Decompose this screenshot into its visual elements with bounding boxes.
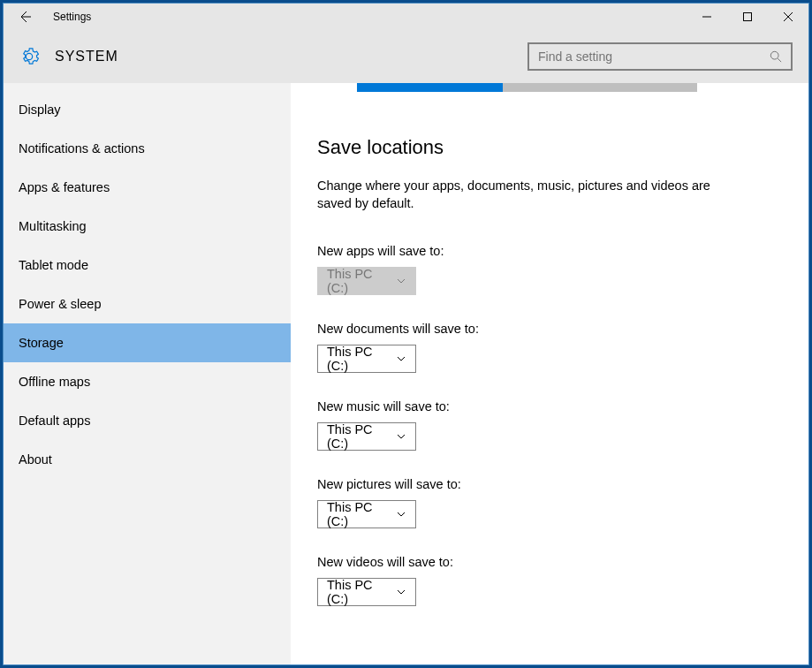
content: DisplayNotifications & actionsApps & fea… — [4, 83, 808, 664]
main-panel: Save locations Change where your apps, d… — [291, 83, 808, 664]
dropdown-new-videos-will-save-to[interactable]: This PC (C:) — [317, 578, 416, 606]
chevron-down-icon — [396, 509, 406, 520]
sidebar: DisplayNotifications & actionsApps & fea… — [4, 83, 291, 664]
search-icon — [770, 50, 782, 63]
search-input[interactable] — [538, 49, 770, 64]
sidebar-item-offline-maps[interactable]: Offline maps — [4, 362, 291, 401]
maximize-button[interactable] — [727, 4, 768, 30]
titlebar: Settings — [4, 4, 808, 30]
dropdown-value: This PC (C:) — [327, 578, 396, 606]
page-title: SYSTEM — [55, 49, 118, 65]
search-box[interactable] — [527, 42, 793, 71]
section-title: Save locations — [317, 136, 782, 159]
svg-point-4 — [770, 51, 778, 59]
maximize-icon — [743, 12, 752, 21]
svg-line-5 — [778, 58, 781, 62]
storage-bar — [357, 83, 697, 92]
chevron-down-icon — [396, 587, 406, 597]
sidebar-item-apps-features[interactable]: Apps & features — [4, 168, 291, 207]
window-controls — [687, 4, 808, 30]
back-button[interactable] — [12, 4, 37, 30]
setting-label-new-pictures-will-save-to: New pictures will save to: — [317, 477, 782, 491]
sidebar-item-multitasking[interactable]: Multitasking — [4, 207, 291, 246]
close-icon — [784, 12, 793, 21]
sidebar-item-tablet-mode[interactable]: Tablet mode — [4, 246, 291, 285]
dropdown-value: This PC (C:) — [327, 500, 396, 528]
gear-icon — [19, 47, 39, 66]
sidebar-item-display[interactable]: Display — [4, 90, 291, 129]
sidebar-item-about[interactable]: About — [4, 440, 291, 479]
setting-label-new-videos-will-save-to: New videos will save to: — [317, 555, 782, 569]
chevron-down-icon — [396, 353, 406, 364]
sidebar-item-default-apps[interactable]: Default apps — [4, 401, 291, 440]
dropdown-value: This PC (C:) — [327, 345, 396, 373]
minimize-button[interactable] — [687, 4, 727, 30]
back-arrow-icon — [18, 10, 32, 24]
dropdown-new-music-will-save-to[interactable]: This PC (C:) — [317, 422, 416, 451]
storage-bar-fill — [357, 83, 503, 92]
settings-list: New apps will save to:This PC (C:)New do… — [317, 244, 782, 606]
setting-label-new-apps-will-save-to: New apps will save to: — [317, 244, 782, 258]
section-description: Change where your apps, documents, music… — [317, 177, 715, 213]
window-title: Settings — [53, 11, 91, 23]
svg-rect-1 — [744, 13, 752, 21]
minimize-icon — [702, 12, 711, 21]
setting-label-new-music-will-save-to: New music will save to: — [317, 399, 782, 414]
sidebar-item-power-sleep[interactable]: Power & sleep — [4, 285, 291, 323]
setting-label-new-documents-will-save-to: New documents will save to: — [317, 322, 782, 336]
dropdown-value: This PC (C:) — [327, 267, 396, 295]
chevron-down-icon — [396, 276, 406, 286]
settings-window: Settings SYSTEM DisplayNotifications & a… — [3, 3, 809, 665]
close-button[interactable] — [768, 4, 808, 30]
dropdown-new-apps-will-save-to: This PC (C:) — [317, 267, 416, 295]
dropdown-new-pictures-will-save-to[interactable]: This PC (C:) — [317, 500, 416, 528]
dropdown-new-documents-will-save-to[interactable]: This PC (C:) — [317, 345, 416, 373]
header: SYSTEM — [4, 30, 808, 83]
chevron-down-icon — [396, 431, 406, 442]
sidebar-item-storage[interactable]: Storage — [4, 323, 291, 362]
dropdown-value: This PC (C:) — [327, 422, 396, 451]
sidebar-item-notifications-actions[interactable]: Notifications & actions — [4, 129, 291, 168]
